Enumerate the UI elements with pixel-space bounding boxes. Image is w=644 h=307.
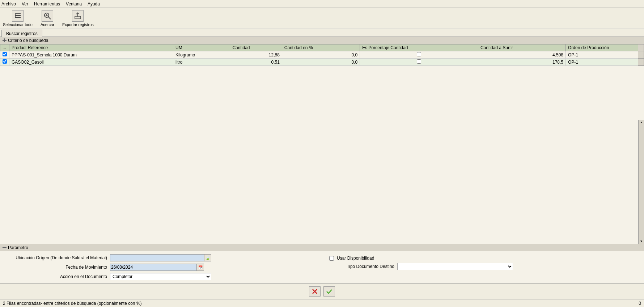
- main-content: ➕ Criterio de búsqueda ... Product Refer…: [0, 37, 644, 299]
- cell-orden-produccion: OP-1: [566, 51, 638, 59]
- col-header-cantidad[interactable]: Cantidad: [230, 44, 282, 51]
- param-fecha-label: Fecha de Movimiento: [6, 265, 107, 270]
- param-tipo-doc-select[interactable]: [397, 263, 513, 270]
- cell-product-reference: GASO02_Gasoil: [9, 59, 173, 66]
- export-icon: [72, 10, 84, 22]
- table-row: PPPAS-001_Semola 1000 Durum Kilogramo 12…: [0, 51, 644, 59]
- cell-es-porcentaje-checkbox[interactable]: [417, 52, 421, 56]
- col-header-product-reference[interactable]: Product Reference: [9, 44, 173, 51]
- param-body: Ubicación Orígen (De donde Saldrá el Mat…: [0, 251, 644, 283]
- criteria-section-label: Criterio de búsqueda: [8, 38, 48, 43]
- param-ubicacion-label: Ubicación Orígen (De donde Saldrá el Mat…: [6, 255, 107, 260]
- cell-cantidad-pct: 0,0: [282, 51, 360, 59]
- tab-buscar-registros[interactable]: Buscar registros: [1, 30, 42, 37]
- cell-scroll-placeholder: [638, 51, 644, 59]
- param-left-col: Ubicación Orígen (De donde Saldrá el Mat…: [6, 254, 315, 280]
- scroll-up-arrow[interactable]: ▲: [639, 120, 644, 125]
- svg-rect-0: [15, 13, 21, 14]
- zoom-button[interactable]: Acercar: [38, 10, 56, 27]
- param-tipo-doc-row: Tipo Documento Destino: [329, 263, 638, 270]
- menu-bar: Archivo Ver Herramientas Ventana Ayuda: [0, 0, 644, 8]
- param-fecha-input-container: 📅: [110, 264, 204, 271]
- col-header-es-porcentaje[interactable]: Es Porcentaje Cantidad: [360, 44, 478, 51]
- cell-cantidad: 0,51: [230, 59, 282, 66]
- ok-button[interactable]: [323, 286, 335, 297]
- vertical-scrollbar[interactable]: ▲ ▼: [638, 120, 644, 244]
- cell-cantidad-surtir: 178,5: [478, 59, 565, 66]
- param-usar-disponibilidad-label: Usar Disponibilidad: [337, 256, 374, 261]
- param-section-label: Parámetro: [8, 245, 28, 250]
- menu-ayuda[interactable]: Ayuda: [88, 1, 100, 7]
- select-all-icon: [12, 10, 24, 22]
- param-accion-select[interactable]: Completar: [110, 273, 211, 280]
- param-fecha-row: Fecha de Movimiento 📅: [6, 264, 315, 271]
- select-all-label: Seleccionar todo: [3, 22, 33, 27]
- cell-um: Kilogramo: [173, 51, 230, 59]
- cell-es-porcentaje-checkbox[interactable]: [417, 59, 421, 64]
- param-ubicacion-row: Ubicación Orígen (De donde Saldrá el Mat…: [6, 254, 315, 261]
- cell-cantidad-surtir: 4.508: [478, 51, 565, 59]
- cell-es-porcentaje: [360, 51, 478, 59]
- row-check-cell[interactable]: [0, 51, 9, 59]
- grid-empty-area: ▲ ▼: [0, 120, 644, 244]
- param-tipo-doc-label: Tipo Documento Destino: [329, 264, 394, 269]
- status-bar: 2 Filas encontradas- entre criterios de …: [0, 299, 644, 307]
- scroll-down-arrow[interactable]: ▼: [639, 239, 644, 244]
- param-fecha-input[interactable]: [110, 264, 197, 271]
- cell-cantidad: 12,88: [230, 51, 282, 59]
- col-header-cantidad-pct[interactable]: Cantidad en %: [282, 44, 360, 51]
- menu-ventana[interactable]: Ventana: [66, 1, 82, 7]
- tab-bar: Buscar registros: [0, 29, 644, 37]
- param-ubicacion-input-container: 🍃: [110, 254, 211, 261]
- table-row: GASO02_Gasoil litro 0,51 0,0 178,5 OP-1: [0, 59, 644, 66]
- data-grid-container[interactable]: ... Product Reference UM Cantidad Cantid…: [0, 44, 644, 120]
- col-header-cantidad-surtir[interactable]: Cantidad a Surtir: [478, 44, 565, 51]
- param-right-col: Usar Disponibilidad Tipo Documento Desti…: [329, 254, 638, 280]
- col-header-um[interactable]: UM: [173, 44, 230, 51]
- svg-rect-1: [15, 15, 21, 16]
- row-checkbox[interactable]: [3, 59, 7, 64]
- cell-um: litro: [173, 59, 230, 66]
- toolbar: Seleccionar todo Acercar Exportar regist…: [0, 8, 644, 29]
- criteria-section-header: ➕ Criterio de búsqueda: [0, 37, 644, 44]
- svg-line-5: [48, 17, 51, 19]
- status-text: 2 Filas encontradas- entre criterios de …: [3, 301, 142, 306]
- param-accion-row: Acción en el Documento Completar: [6, 273, 315, 280]
- col-header-dots: ...: [0, 44, 9, 51]
- col-header-orden-produccion[interactable]: Orden de Producción: [566, 44, 638, 51]
- zoom-label: Acercar: [41, 22, 54, 27]
- svg-rect-3: [15, 13, 16, 18]
- param-ubicacion-input[interactable]: [110, 254, 204, 261]
- param-section: ➖ Parámetro Ubicación Orígen (De donde S…: [0, 244, 644, 283]
- menu-archivo[interactable]: Archivo: [1, 1, 16, 7]
- export-label: Exportar registros: [62, 22, 94, 27]
- cell-product-reference: PPPAS-001_Semola 1000 Durum: [9, 51, 173, 59]
- param-usar-disponibilidad-row: Usar Disponibilidad: [329, 256, 638, 261]
- action-bar: [0, 283, 644, 299]
- menu-herramientas[interactable]: Herramientas: [34, 1, 60, 7]
- data-grid: ... Product Reference UM Cantidad Cantid…: [0, 44, 644, 66]
- zoom-icon: [42, 10, 53, 22]
- param-section-header: ➖ Parámetro: [0, 244, 644, 251]
- row-checkbox[interactable]: [3, 52, 7, 56]
- select-all-button[interactable]: Seleccionar todo: [3, 10, 33, 27]
- svg-rect-2: [15, 17, 21, 18]
- cell-orden-produccion: OP-1: [566, 59, 638, 66]
- row-check-cell[interactable]: [0, 59, 9, 66]
- collapse-criteria-icon[interactable]: ➕: [2, 38, 7, 42]
- menu-ver[interactable]: Ver: [22, 1, 28, 7]
- param-accion-label: Acción en el Documento: [6, 274, 107, 279]
- cell-scroll-placeholder: [638, 59, 644, 66]
- cell-cantidad-pct: 0,0: [282, 59, 360, 66]
- svg-rect-8: [75, 16, 81, 19]
- export-button[interactable]: Exportar registros: [62, 10, 94, 27]
- cancel-button[interactable]: [309, 286, 321, 297]
- collapse-param-icon[interactable]: ➖: [2, 246, 7, 250]
- param-fecha-cal-btn[interactable]: 📅: [197, 264, 204, 271]
- param-usar-disponibilidad-checkbox[interactable]: [329, 256, 334, 261]
- param-ubicacion-btn[interactable]: 🍃: [204, 254, 211, 261]
- cell-es-porcentaje: [360, 59, 478, 66]
- status-right: 0: [639, 301, 641, 306]
